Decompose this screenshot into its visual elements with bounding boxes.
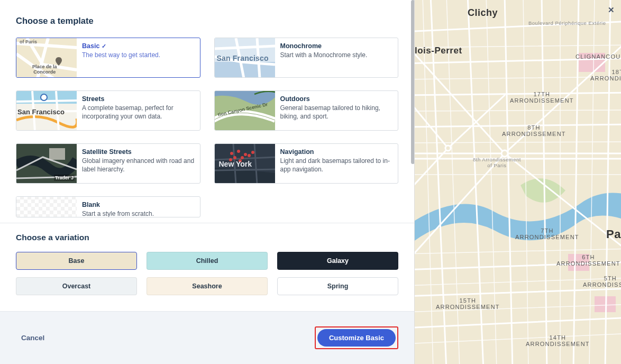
close-icon[interactable]: ✕ [608,5,615,15]
template-desc-blank: Start a style from scratch. [82,210,154,217]
variation-base[interactable]: Base [16,252,137,270]
template-desc-basic: The best way to get started. [82,51,160,59]
template-card-outdoors[interactable]: tion Canyon Scenic Dr Outdoors General b… [214,90,399,131]
svg-point-8 [241,156,244,159]
template-title-basic: Basic [82,42,160,50]
template-title-outdoors: Outdoors [280,95,393,103]
section-title-variations: Choose a variation [16,233,398,242]
svg-point-5 [237,150,240,153]
svg-point-17 [501,150,508,157]
map-label-pa: Pa [606,228,621,241]
customize-button[interactable]: Customize Basic [317,329,396,347]
thumb-satellite-trader: Trader J [54,175,75,181]
section-title-templates: Choose a template [16,16,398,26]
template-title-satellite: Satellite Streets [82,148,195,156]
template-card-blank[interactable]: Blank Start a style from scratch. [16,196,200,217]
template-thumb-basic: of Paris Place de la Concorde [16,38,77,77]
template-thumb-blank [16,197,77,217]
variation-grid: Base Chilled Galaxy Overcast Seashore Sp… [16,252,398,295]
map-label-arr8-paris: 8th Arrondissement of Paris [473,157,521,168]
variation-seashore[interactable]: Seashore [147,277,268,295]
template-card-streets[interactable]: San Francisco Streets A complete basemap… [16,90,200,131]
thumb-mono-sf: San Francisco [217,54,269,62]
template-thumb-monochrome: San Francisco [215,38,275,77]
svg-point-2 [41,94,47,101]
templates-area: Choose a template of Paris Place de la C… [0,0,414,223]
svg-rect-15 [595,296,616,312]
thumb-basic-paris: of Paris [20,39,37,44]
map-label-arr15: 15TH ARRONDISSEMENT [436,297,500,310]
template-card-navigation[interactable]: New York Navigation Light and dark basem… [214,143,399,184]
template-card-basic[interactable]: of Paris Place de la Concorde Basic The … [16,38,200,78]
template-card-monochrome[interactable]: San Francisco Monochrome Start with a Mo… [214,38,399,78]
map-label-arr8: 8TH ARRONDISSEMENT [502,124,566,137]
scrollbar[interactable] [411,0,414,164]
checkmark-icon [102,42,106,50]
template-thumb-navigation: New York [215,144,275,183]
template-title-streets: Streets [82,95,195,103]
variation-spring[interactable]: Spring [277,277,398,295]
template-desc-monochrome: Start with a Monochrome style. [280,51,368,59]
map-preview[interactable]: ✕ Clichy Boulevard Périphérique Extérie … [415,0,621,364]
map-label-periph: Boulevard Périphérique Extérie [528,20,606,26]
variation-galaxy[interactable]: Galaxy [277,252,398,270]
svg-point-11 [251,151,254,154]
template-thumb-satellite: Trader J [16,144,77,183]
map-label-lois-perret: lois-Perret [415,46,462,56]
map-label-arr17: 17TH ARRONDISSEMENT [510,91,574,104]
variations-area: Choose a variation Base Chilled Galaxy O… [0,223,414,311]
template-card-satellite[interactable]: Trader J Satellite Streets Global imager… [16,143,200,184]
template-title-monochrome: Monochrome [280,42,368,50]
marker-icon [56,57,62,66]
map-label-arr7: 7TH ARRONDISSEMENT [515,228,579,240]
thumb-basic-place: Place de la Concorde [32,65,57,75]
template-desc-outdoors: General basemap tailored to hiking, biki… [280,104,393,121]
svg-point-9 [248,154,251,157]
svg-rect-3 [49,148,65,160]
template-desc-streets: A complete basemap, perfect for incorpor… [82,104,195,121]
template-desc-navigation: Light and dark basemaps tailored to in-a… [280,157,393,174]
map-label-arr14: 14TH ARRONDISSEMENT [526,334,590,347]
map-label-arr6: 6TH ARRONDISSEMENT [556,254,620,267]
template-desc-satellite: Global imagery enhanced with road and la… [82,157,195,174]
map-label-arr5: 5TH ARRONDISSEME [583,275,621,288]
map-label-arr18: 18TH ARRONDISSEMEN [590,69,621,81]
cancel-button[interactable]: Cancel [21,334,44,342]
template-thumb-outdoors: tion Canyon Scenic Dr [215,91,275,130]
variation-overcast[interactable]: Overcast [16,277,137,295]
map-label-clignancou: CLIGNANCOU [576,53,620,60]
template-title-blank: Blank [82,201,154,208]
template-thumb-streets: San Francisco [16,91,77,130]
variation-chilled[interactable]: Chilled [147,252,268,270]
map-label-clichy: Clichy [468,7,498,19]
template-grid: of Paris Place de la Concorde Basic The … [16,38,398,217]
svg-point-18 [445,145,451,151]
svg-point-7 [233,156,236,159]
svg-point-6 [244,153,247,156]
template-title-navigation: Navigation [280,148,393,156]
left-pane: Choose a template of Paris Place de la C… [0,0,415,364]
footer: Cancel Customize Basic [0,311,414,364]
svg-point-4 [230,152,233,155]
thumb-nav-ny: New York [219,160,252,168]
thumb-streets-sf: San Francisco [17,108,65,116]
customize-highlight: Customize Basic [315,326,398,349]
